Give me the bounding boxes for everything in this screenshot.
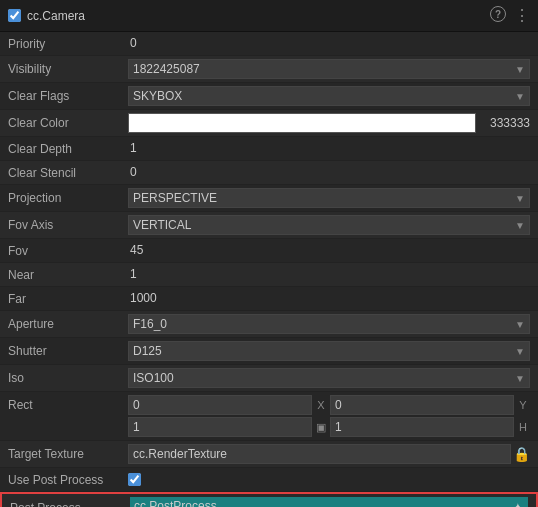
rect-subrow-1: Rect X Y <box>8 394 530 416</box>
fov-label: Fov <box>8 244 128 258</box>
far-input[interactable] <box>128 290 208 307</box>
menu-icon[interactable]: ⋮ <box>514 6 530 25</box>
clear-depth-label: Clear Depth <box>8 142 128 156</box>
properties-list: Priority Visibility 1822425087 ▼ Clear F… <box>0 32 538 507</box>
clear-flags-dropdown-value: SKYBOX <box>133 89 182 103</box>
visibility-label: Visibility <box>8 62 128 76</box>
use-post-process-checkbox[interactable] <box>128 473 141 486</box>
component-title: cc.Camera <box>27 9 484 23</box>
rect-x-input[interactable] <box>128 395 312 415</box>
visibility-dropdown[interactable]: 1822425087 ▼ <box>128 59 530 79</box>
projection-dropdown[interactable]: PERSPECTIVE ▼ <box>128 188 530 208</box>
fov-axis-dropdown-arrow: ▼ <box>515 220 525 231</box>
fov-axis-dropdown-value: VERTICAL <box>133 218 191 232</box>
projection-dropdown-value: PERSPECTIVE <box>133 191 217 205</box>
rect-subrow-2: ▣ H <box>8 416 530 438</box>
target-texture-input[interactable]: cc.RenderTexture <box>128 444 511 464</box>
rect-label: Rect <box>8 398 128 412</box>
shutter-dropdown[interactable]: D125 ▼ <box>128 341 530 361</box>
clear-depth-input[interactable] <box>128 140 208 157</box>
rect-w-label: ▣ <box>314 421 328 434</box>
far-row: Far <box>0 287 538 311</box>
help-icon[interactable]: ? <box>490 6 506 22</box>
visibility-value-area: 1822425087 ▼ <box>128 59 530 79</box>
rect-x-group: X <box>128 395 328 415</box>
fov-axis-dropdown[interactable]: VERTICAL ▼ <box>128 215 530 235</box>
header-actions: ? ⋮ <box>490 6 530 25</box>
rect-w-input[interactable] <box>128 417 312 437</box>
shutter-label: Shutter <box>8 344 128 358</box>
rect-h-input[interactable] <box>330 417 514 437</box>
target-texture-row: Target Texture cc.RenderTexture 🔒 <box>0 441 538 468</box>
shutter-dropdown-value: D125 <box>133 344 162 358</box>
rect-y-input[interactable] <box>330 395 514 415</box>
iso-dropdown[interactable]: ISO100 ▼ <box>128 368 530 388</box>
far-value-area <box>128 290 530 307</box>
post-process-row: Post Process cc.PostProcess ✦ <box>0 492 538 507</box>
shutter-row: Shutter D125 ▼ <box>0 338 538 365</box>
iso-dropdown-value: ISO100 <box>133 371 174 385</box>
aperture-dropdown-value: F16_0 <box>133 317 167 331</box>
aperture-row: Aperture F16_0 ▼ <box>0 311 538 338</box>
clear-stencil-row: Clear Stencil <box>0 161 538 185</box>
rect-y-label: Y <box>516 399 530 411</box>
clear-stencil-value-area <box>128 164 530 181</box>
clear-depth-row: Clear Depth <box>0 137 538 161</box>
clear-flags-dropdown-arrow: ▼ <box>515 91 525 102</box>
clear-flags-label: Clear Flags <box>8 89 128 103</box>
rect-h-group: H <box>330 417 530 437</box>
fov-value-area <box>128 242 530 259</box>
clear-color-hex: 333333 <box>480 116 530 130</box>
far-label: Far <box>8 292 128 306</box>
lock-icon: 🔒 <box>513 446 530 462</box>
rect-w-group: ▣ <box>128 417 328 437</box>
near-label: Near <box>8 268 128 282</box>
projection-dropdown-arrow: ▼ <box>515 193 525 204</box>
fov-axis-row: Fov Axis VERTICAL ▼ <box>0 212 538 239</box>
aperture-dropdown-arrow: ▼ <box>515 319 525 330</box>
clear-color-swatch[interactable] <box>128 113 476 133</box>
near-value-area <box>128 266 530 283</box>
component-enabled-checkbox[interactable] <box>8 9 21 22</box>
clear-stencil-input[interactable] <box>128 164 208 181</box>
clear-flags-dropdown[interactable]: SKYBOX ▼ <box>128 86 530 106</box>
aperture-dropdown[interactable]: F16_0 ▼ <box>128 314 530 334</box>
clear-flags-value-area: SKYBOX ▼ <box>128 86 530 106</box>
fov-input[interactable] <box>128 242 208 259</box>
use-post-process-row: Use Post Process <box>0 468 538 492</box>
use-post-process-label: Use Post Process <box>8 473 128 487</box>
near-input[interactable] <box>128 266 208 283</box>
clear-flags-row: Clear Flags SKYBOX ▼ <box>0 83 538 110</box>
post-process-label: Post Process <box>10 501 130 507</box>
iso-dropdown-arrow: ▼ <box>515 373 525 384</box>
rect-inputs-bottom: ▣ H <box>128 417 530 437</box>
shutter-value-area: D125 ▼ <box>128 341 530 361</box>
rect-y-group: Y <box>330 395 530 415</box>
fov-axis-label: Fov Axis <box>8 218 128 232</box>
fov-row: Fov <box>0 239 538 263</box>
visibility-dropdown-value: 1822425087 <box>133 62 200 76</box>
rect-h-label: H <box>516 421 530 433</box>
shutter-dropdown-arrow: ▼ <box>515 346 525 357</box>
priority-input[interactable] <box>128 35 208 52</box>
aperture-label: Aperture <box>8 317 128 331</box>
post-process-input[interactable]: cc.PostProcess <box>130 497 508 507</box>
clear-stencil-label: Clear Stencil <box>8 166 128 180</box>
clear-color-value-area: 333333 <box>128 113 530 133</box>
near-row: Near <box>0 263 538 287</box>
priority-row: Priority <box>0 32 538 56</box>
target-texture-label: Target Texture <box>8 447 128 461</box>
priority-label: Priority <box>8 37 128 51</box>
projection-label: Projection <box>8 191 128 205</box>
rect-x-label: X <box>314 399 328 411</box>
use-post-process-value-area <box>128 473 530 486</box>
visibility-dropdown-arrow: ▼ <box>515 64 525 75</box>
projection-value-area: PERSPECTIVE ▼ <box>128 188 530 208</box>
rect-inputs-top: X Y <box>128 395 530 415</box>
camera-panel: cc.Camera ? ⋮ Priority Visibility 182242… <box>0 0 538 507</box>
post-process-link-icon[interactable]: ✦ <box>508 497 528 507</box>
iso-row: Iso ISO100 ▼ <box>0 365 538 392</box>
component-header: cc.Camera ? ⋮ <box>0 0 538 32</box>
iso-label: Iso <box>8 371 128 385</box>
clear-depth-value-area <box>128 140 530 157</box>
